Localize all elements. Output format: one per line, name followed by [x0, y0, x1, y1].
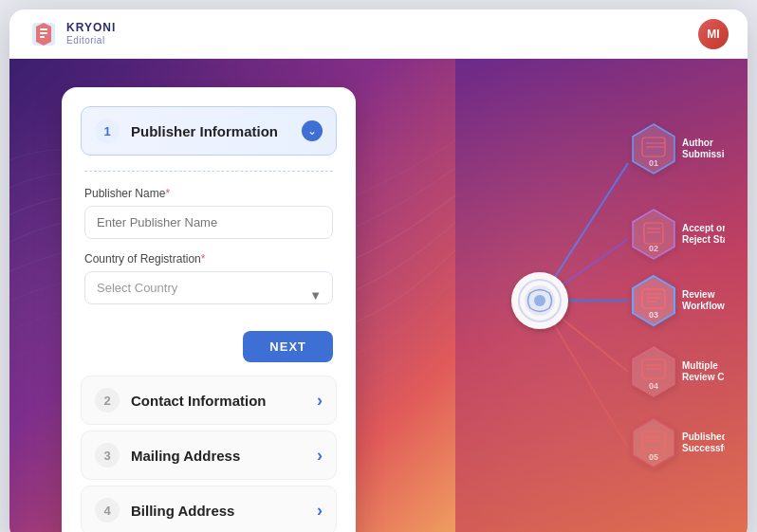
step-3-header[interactable]: 3 Mailing Address ›	[81, 431, 337, 480]
user-avatar-button[interactable]: MI	[698, 19, 729, 49]
svg-rect-35	[642, 431, 665, 450]
step-2-header[interactable]: 2 Contact Information ›	[81, 376, 337, 425]
svg-marker-18	[633, 210, 674, 259]
svg-point-12	[534, 295, 545, 306]
step-3-number: 3	[95, 443, 120, 468]
step-3-chevron-right-icon: ›	[317, 446, 323, 466]
diagram-svg: 01 02 03 04	[478, 92, 725, 509]
country-select-wrapper: Select Country United States United King…	[84, 271, 333, 318]
step-1-form: Publisher Name* Country of Registration*…	[81, 156, 337, 370]
svg-rect-19	[644, 223, 663, 244]
svg-text:Review Checks: Review Checks	[682, 372, 725, 382]
svg-line-4	[540, 163, 628, 301]
step-3-header-left: 3 Mailing Address	[95, 443, 240, 468]
step-4-chevron-right-icon: ›	[317, 501, 323, 521]
svg-text:02: 02	[649, 244, 658, 253]
step-3-label: Mailing Address	[131, 448, 240, 464]
svg-rect-24	[642, 289, 665, 308]
step-4-label: Billing Address	[131, 503, 234, 519]
logo-sub: Editorial	[66, 35, 116, 46]
svg-marker-13	[633, 124, 674, 174]
svg-text:Workflow: Workflow	[682, 301, 725, 311]
step-4-header-left: 4 Billing Address	[95, 498, 234, 523]
form-divider	[84, 171, 333, 172]
svg-text:05: 05	[649, 452, 658, 462]
svg-text:Review: Review	[682, 289, 715, 300]
diagram-panel: 01 02 03 04	[455, 59, 748, 532]
svg-text:Multiple: Multiple	[682, 360, 718, 371]
step-3: 3 Mailing Address ›	[81, 431, 337, 480]
logo-icon	[28, 19, 59, 49]
step-2-label: Contact Information	[131, 393, 267, 409]
svg-rect-14	[642, 138, 665, 156]
svg-point-11	[525, 285, 555, 316]
step-2-header-left: 2 Contact Information	[95, 388, 267, 413]
step-1-number: 1	[95, 119, 120, 143]
svg-rect-3	[40, 36, 45, 38]
step-1-chevron-down-icon: ⌄	[302, 120, 323, 141]
svg-text:Author: Author	[682, 138, 713, 148]
step-2: 2 Contact Information ›	[81, 376, 337, 425]
app-window: KRYONI Editorial MI	[9, 9, 748, 532]
step-4: 4 Billing Address ›	[81, 486, 337, 532]
form-card: 1 Publisher Information ⌄ Publisher Name…	[62, 87, 356, 532]
logo-brand: KRYONI	[66, 22, 116, 34]
background-panel: 1 Publisher Information ⌄ Publisher Name…	[9, 59, 455, 532]
logo-text: KRYONI Editorial	[66, 22, 116, 45]
svg-text:Published: Published	[682, 431, 725, 442]
step-1: 1 Publisher Information ⌄ Publisher Name…	[81, 106, 337, 370]
svg-rect-2	[40, 32, 47, 34]
svg-text:Reject Status: Reject Status	[682, 234, 725, 245]
svg-line-8	[540, 301, 628, 448]
country-label: Country of Registration*	[84, 252, 333, 266]
header: KRYONI Editorial MI	[9, 9, 748, 59]
svg-text:04: 04	[649, 381, 658, 391]
step-4-header[interactable]: 4 Billing Address ›	[81, 486, 337, 532]
svg-point-9	[511, 272, 568, 329]
step-2-number: 2	[95, 388, 120, 413]
svg-text:01: 01	[649, 158, 658, 168]
svg-marker-23	[633, 276, 674, 325]
svg-line-5	[540, 239, 628, 301]
svg-text:Accept or: Accept or	[682, 223, 725, 233]
step-1-header[interactable]: 1 Publisher Information ⌄	[81, 106, 337, 156]
svg-text:Successfully: Successfully	[682, 443, 725, 453]
step-2-chevron-right-icon: ›	[317, 391, 323, 411]
svg-text:03: 03	[649, 310, 658, 320]
svg-marker-34	[633, 418, 674, 468]
svg-line-7	[540, 301, 628, 372]
svg-rect-1	[40, 28, 47, 30]
logo-area: KRYONI Editorial	[28, 19, 116, 49]
main-content: 1 Publisher Information ⌄ Publisher Name…	[9, 59, 748, 532]
step-1-header-left: 1 Publisher Information	[95, 119, 278, 143]
step-1-label: Publisher Information	[131, 123, 278, 139]
svg-point-10	[519, 280, 561, 321]
svg-rect-30	[642, 359, 665, 378]
step-4-number: 4	[95, 498, 120, 523]
country-select[interactable]: Select Country United States United King…	[84, 271, 333, 304]
publisher-name-label: Publisher Name*	[84, 187, 333, 200]
svg-text:Submission: Submission	[682, 149, 725, 159]
next-button[interactable]: NEXT	[243, 331, 333, 362]
svg-marker-29	[633, 347, 674, 396]
publisher-name-input[interactable]	[84, 206, 333, 239]
